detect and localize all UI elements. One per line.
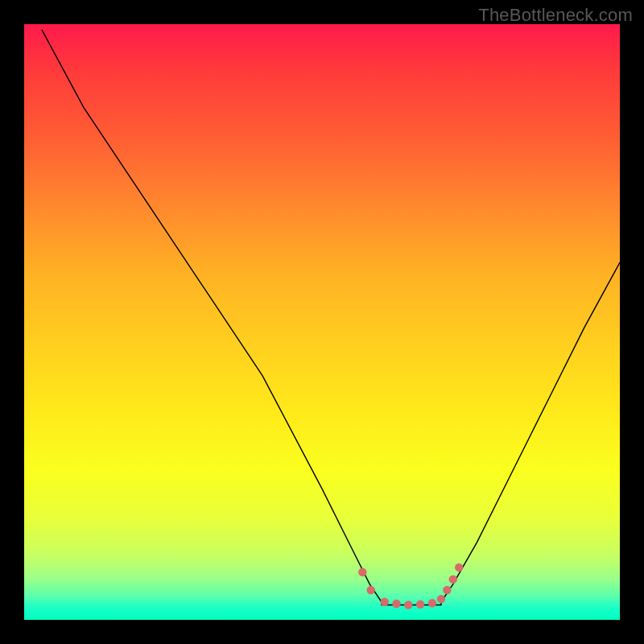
curve-layer xyxy=(24,24,620,620)
watermark-text: TheBottleneck.com xyxy=(478,5,633,26)
marker-dot xyxy=(449,575,457,583)
marker-dot xyxy=(443,586,451,594)
marker-dot xyxy=(392,600,400,608)
marker-dot xyxy=(437,595,445,603)
marker-dot xyxy=(428,599,436,607)
marker-dot xyxy=(358,568,366,576)
marker-dot xyxy=(416,601,424,609)
bottleneck-curve xyxy=(42,30,620,605)
marker-dot xyxy=(366,586,374,594)
marker-dot xyxy=(404,601,412,609)
marker-dot xyxy=(455,564,463,572)
marker-group xyxy=(358,564,463,609)
chart-container: TheBottleneck.com xyxy=(0,0,644,644)
plot-area xyxy=(24,24,620,620)
marker-dot xyxy=(381,598,389,606)
